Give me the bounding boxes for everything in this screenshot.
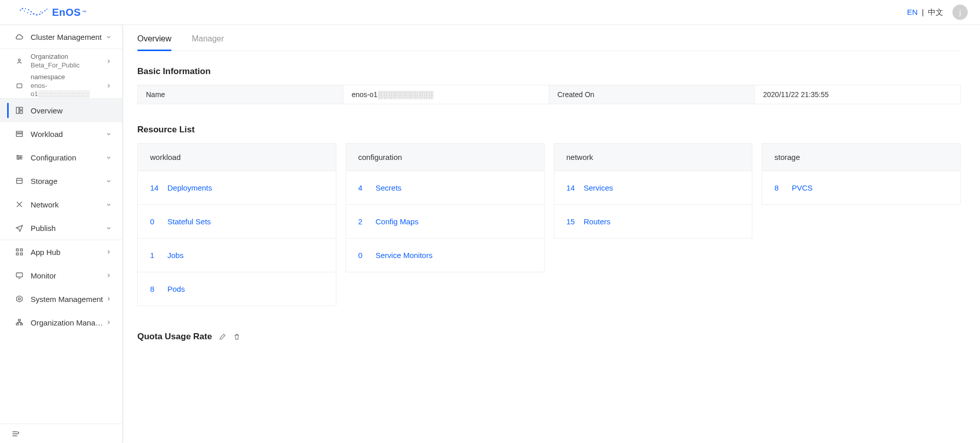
sidebar-collapse-button[interactable] [0,424,122,443]
basic-info-table: Name enos-o1░░░░░░░░░░░ Created On 2020/… [137,85,961,104]
tab-manager[interactable]: Manager [192,28,224,51]
lang-cn[interactable]: 中文 [928,8,943,16]
quota-title-row: Quota Usage Rate [137,332,961,342]
resource-row-deployments[interactable]: 14 Deployments [138,171,336,204]
svg-point-4 [31,11,32,13]
sidebar-item-app-hub[interactable]: App Hub [0,240,122,264]
resource-row-configmaps[interactable]: 2 Config Maps [346,204,544,238]
info-created-value: 2020/11/22 21:35:55 [755,85,961,104]
svg-rect-29 [20,253,22,255]
svg-point-13 [30,14,31,15]
delete-icon[interactable] [233,333,240,340]
brand-icon [18,7,49,17]
tabs: Overview Manager [137,28,961,51]
resource-row-statefulsets[interactable]: 0 Stateful Sets [138,204,336,238]
svg-rect-28 [16,253,18,255]
sidebar-item-organization[interactable]: Organization Beta_For_Public [0,49,122,74]
sidebar-item-network[interactable]: Network [0,193,122,216]
brand-name: EnOS [52,7,81,18]
sidebar-item-organization-management[interactable]: Organization Manage... [0,311,122,334]
avatar-letter: j [959,8,961,16]
resource-count: 0 [358,251,370,260]
resource-row-jobs[interactable]: 1 Jobs [138,238,336,272]
brand-logo[interactable]: EnOS ™ [18,7,87,18]
resource-card-head: network [554,144,752,171]
chevron-down-icon [106,225,112,231]
svg-point-12 [27,12,28,13]
sidebar-label: Workload [31,130,106,138]
svg-point-24 [18,158,19,159]
sidebar-label: Configuration [31,153,106,162]
brand-tm: ™ [82,10,87,15]
svg-point-0 [20,10,21,11]
svg-point-6 [36,14,38,16]
sidebar-item-configuration[interactable]: Configuration [0,146,122,169]
resource-count: 15 [567,217,578,226]
svg-rect-26 [16,249,18,251]
svg-rect-21 [16,134,22,136]
sidebar-item-overview[interactable]: Overview [0,99,122,122]
svg-point-15 [18,59,20,61]
system-management-icon [15,295,23,303]
resource-count: 2 [358,217,370,226]
organization-icon [15,57,23,65]
svg-point-8 [42,12,43,13]
resource-name: Pods [167,285,185,293]
chevron-right-icon [106,296,112,302]
lang-sep: | [922,8,924,16]
svg-rect-34 [16,323,18,325]
svg-point-1 [22,8,23,10]
sidebar-item-publish[interactable]: Publish [0,216,122,240]
tab-overview[interactable]: Overview [137,28,172,51]
resource-card-head: configuration [346,144,544,171]
resource-name: Stateful Sets [167,217,211,226]
resource-row-routers[interactable]: 15 Routers [554,204,752,238]
resource-count: 14 [150,183,161,192]
collapse-icon [11,430,19,438]
topbar: EnOS ™ EN | 中文 j [0,0,980,25]
resource-count: 14 [567,183,578,192]
sidebar-label: Cluster Management [31,33,106,41]
resource-name: Routers [584,217,611,226]
sidebar-item-storage[interactable]: Storage [0,169,122,193]
sidebar-item-monitor[interactable]: Monitor [0,264,122,287]
dashboard-icon [15,106,23,114]
sidebar-label: Overview [31,106,112,115]
chevron-right-icon [106,83,112,89]
lang-switch[interactable]: EN | 中文 [907,8,943,17]
ns-label: namespace [31,73,106,82]
resource-card-workload: workload 14 Deployments 0 Stateful Sets … [137,143,336,306]
chevron-right-icon [106,249,112,255]
edit-icon[interactable] [219,333,226,340]
svg-rect-25 [17,178,22,183]
svg-point-10 [46,9,47,10]
resource-name: Secrets [376,183,402,192]
resource-count: 1 [150,251,161,260]
svg-rect-33 [18,319,20,321]
sidebar-item-cluster-management[interactable]: Cluster Management [0,25,122,49]
lang-en[interactable]: EN [907,8,918,16]
user-avatar[interactable]: j [952,5,968,20]
svg-rect-18 [20,107,22,110]
resource-row-services[interactable]: 14 Services [554,171,752,204]
configuration-icon [15,153,23,161]
org-value: Beta_For_Public [31,61,106,70]
sidebar-item-namespace[interactable]: namespace enos-o1░░░░░░░░░░░ [0,74,122,98]
resource-row-servicemonitors[interactable]: 0 Service Monitors [346,238,544,272]
svg-rect-17 [16,107,19,113]
sidebar-item-workload[interactable]: Workload [0,122,122,146]
resource-row-secrets[interactable]: 4 Secrets [346,171,544,204]
resource-row-pods[interactable]: 8 Pods [138,272,336,306]
resource-list-title: Resource List [137,125,961,135]
sidebar-label: System Management [31,295,106,304]
org-manage-icon [15,318,23,327]
chevron-right-icon [106,58,112,64]
sidebar: Cluster Management Organization Beta_For… [0,25,122,443]
resource-name: Jobs [167,251,184,260]
sidebar-item-system-management[interactable]: System Management [0,287,122,311]
svg-rect-35 [20,323,22,325]
resource-card-head: storage [762,144,960,171]
app-hub-icon [15,248,23,256]
resource-row-pvcs[interactable]: 8 PVCS [762,171,960,204]
svg-point-32 [18,298,20,300]
